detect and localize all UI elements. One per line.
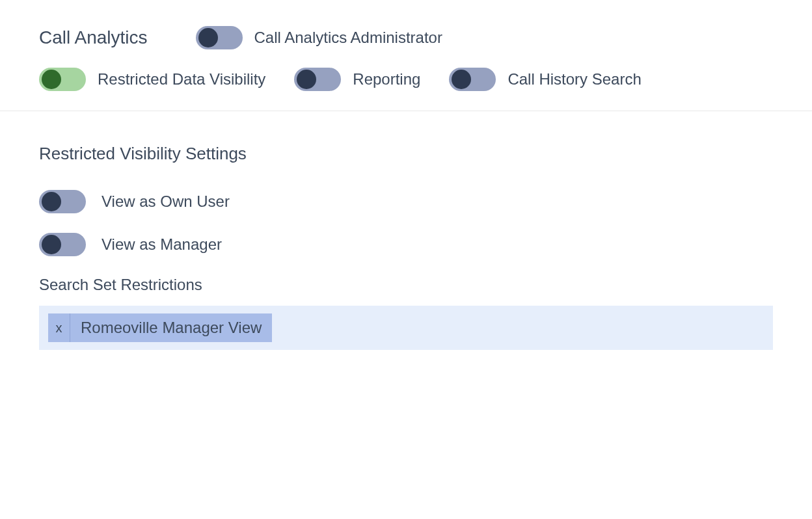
toggle-call-history-search[interactable] [449, 68, 496, 91]
section-heading: Call Analytics [39, 27, 148, 48]
toggle-view-as-manager[interactable] [39, 233, 86, 256]
toggle-knob [198, 28, 218, 47]
top-row-1: Call Analytics Call Analytics Administra… [39, 26, 773, 49]
call-analytics-section: Call Analytics Call Analytics Administra… [0, 0, 812, 111]
toggle-group-history: Call History Search [449, 68, 641, 91]
restriction-tag: x Romeoville Manager View [48, 313, 272, 342]
top-row-2: Restricted Data Visibility Reporting Cal… [39, 68, 773, 91]
remove-tag-button[interactable]: x [48, 313, 70, 342]
toggle-restricted-data-visibility[interactable] [39, 68, 86, 91]
toggle-group-admin: Call Analytics Administrator [196, 26, 442, 49]
search-set-heading: Search Set Restrictions [39, 276, 773, 294]
toggle-label-history: Call History Search [508, 70, 641, 88]
toggle-knob [42, 235, 61, 254]
restriction-tag-label: Romeoville Manager View [70, 313, 272, 342]
settings-heading: Restricted Visibility Settings [39, 144, 773, 164]
toggle-group-manager: View as Manager [39, 233, 773, 256]
toggle-label-reporting: Reporting [353, 70, 420, 88]
toggle-group-own-user: View as Own User [39, 190, 773, 213]
toggle-label-manager: View as Manager [102, 235, 222, 254]
toggle-group-reporting: Reporting [294, 68, 420, 91]
search-set-restrictions-input[interactable]: x Romeoville Manager View [39, 306, 773, 350]
toggle-reporting[interactable] [294, 68, 341, 91]
toggle-label-own-user: View as Own User [102, 193, 230, 211]
toggle-group-restricted: Restricted Data Visibility [39, 68, 265, 91]
toggle-knob [297, 70, 316, 89]
toggle-knob [42, 70, 61, 89]
toggle-label-admin: Call Analytics Administrator [254, 29, 442, 47]
toggle-call-analytics-admin[interactable] [196, 26, 243, 49]
toggle-knob [42, 192, 61, 211]
toggle-knob [452, 70, 471, 89]
toggle-view-as-own-user[interactable] [39, 190, 86, 213]
restricted-visibility-settings-section: Restricted Visibility Settings View as O… [0, 111, 812, 369]
toggle-label-restricted: Restricted Data Visibility [98, 70, 265, 88]
